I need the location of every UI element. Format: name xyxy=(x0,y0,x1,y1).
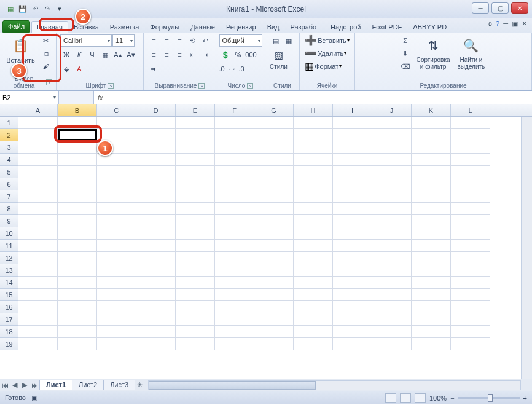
cell[interactable] xyxy=(333,166,372,178)
cell[interactable] xyxy=(136,301,176,313)
cell[interactable] xyxy=(176,215,215,227)
cell[interactable] xyxy=(136,215,176,227)
cell[interactable] xyxy=(136,117,176,129)
cell[interactable] xyxy=(176,203,215,215)
cell[interactable] xyxy=(412,190,451,203)
col-header[interactable]: H xyxy=(294,104,333,116)
wrap-text-icon[interactable]: ↩ xyxy=(200,34,212,47)
tab-addins[interactable]: Надстрой xyxy=(325,21,366,33)
col-header[interactable]: F xyxy=(215,104,254,116)
cell[interactable] xyxy=(294,277,333,289)
cell[interactable] xyxy=(18,313,58,326)
sheet-nav-first-icon[interactable]: ⏮ xyxy=(0,382,10,389)
cell[interactable] xyxy=(136,154,176,166)
cell[interactable] xyxy=(176,141,215,154)
copy-icon[interactable]: ⧉ xyxy=(40,47,52,60)
cell[interactable] xyxy=(58,190,97,203)
cell[interactable] xyxy=(97,190,136,203)
cell[interactable] xyxy=(372,277,412,289)
cell[interactable] xyxy=(58,301,97,313)
decrease-font-icon[interactable]: A▾ xyxy=(125,49,137,61)
cell[interactable] xyxy=(176,277,215,289)
cell[interactable] xyxy=(254,203,294,215)
cell[interactable] xyxy=(136,240,176,252)
align-top-icon[interactable]: ≡ xyxy=(148,34,160,47)
cell[interactable] xyxy=(254,190,294,203)
decrease-indent-icon[interactable]: ⇤ xyxy=(187,49,199,61)
cut-icon[interactable]: ✂ xyxy=(40,34,52,47)
cell[interactable] xyxy=(372,129,412,141)
format-painter-icon[interactable]: 🖌 xyxy=(40,60,52,73)
cell[interactable] xyxy=(333,117,372,129)
cell[interactable] xyxy=(294,117,333,129)
cell[interactable] xyxy=(333,264,372,277)
sheet-tab[interactable]: Лист1 xyxy=(39,380,72,390)
cell[interactable] xyxy=(18,326,58,338)
conditional-format-icon[interactable]: ▤ xyxy=(270,34,282,47)
cell[interactable] xyxy=(18,190,58,203)
font-name-combo[interactable]: Calibri xyxy=(60,34,112,47)
cell[interactable] xyxy=(333,141,372,154)
cell[interactable] xyxy=(18,166,58,178)
cell[interactable] xyxy=(136,277,176,289)
cell[interactable] xyxy=(333,190,372,203)
sheet-tab[interactable]: Лист2 xyxy=(72,380,104,390)
cell[interactable] xyxy=(58,166,97,178)
cell[interactable] xyxy=(294,301,333,313)
increase-font-icon[interactable]: A▴ xyxy=(112,49,124,61)
cell[interactable] xyxy=(97,289,136,301)
cell[interactable] xyxy=(372,338,412,350)
cell[interactable] xyxy=(136,326,176,338)
cell[interactable] xyxy=(18,277,58,289)
cell[interactable] xyxy=(176,289,215,301)
cell[interactable] xyxy=(176,178,215,190)
font-launcher-icon[interactable]: ↘ xyxy=(108,83,114,89)
cell[interactable] xyxy=(136,264,176,277)
cell[interactable] xyxy=(412,141,451,154)
cell[interactable] xyxy=(294,141,333,154)
cell[interactable] xyxy=(136,227,176,240)
row-header[interactable]: 15 xyxy=(0,289,18,301)
cell[interactable] xyxy=(254,178,294,190)
border-icon[interactable]: ▦ xyxy=(99,49,111,61)
cell[interactable] xyxy=(136,252,176,264)
cell[interactable] xyxy=(136,338,176,350)
cell[interactable] xyxy=(254,166,294,178)
cell[interactable] xyxy=(215,289,254,301)
cell[interactable] xyxy=(215,117,254,129)
cell[interactable] xyxy=(176,338,215,350)
new-sheet-icon[interactable]: ✳ xyxy=(135,381,144,389)
cell[interactable] xyxy=(412,178,451,190)
clear-icon[interactable]: ⌫ xyxy=(399,60,412,73)
cell[interactable] xyxy=(333,227,372,240)
cell[interactable] xyxy=(176,117,215,129)
number-launcher-icon[interactable]: ↘ xyxy=(247,83,253,89)
cell[interactable] xyxy=(294,227,333,240)
cells-delete-button[interactable]: ➖Удалить▾ xyxy=(305,47,346,59)
cell[interactable] xyxy=(18,227,58,240)
cell[interactable] xyxy=(412,117,451,129)
cell[interactable] xyxy=(215,227,254,240)
cell[interactable] xyxy=(97,277,136,289)
cell[interactable] xyxy=(215,301,254,313)
cell[interactable] xyxy=(451,215,490,227)
cell[interactable] xyxy=(412,215,451,227)
cell[interactable] xyxy=(254,326,294,338)
cell[interactable] xyxy=(176,166,215,178)
cell[interactable] xyxy=(58,338,97,350)
cell[interactable] xyxy=(136,289,176,301)
comma-icon[interactable]: 000 xyxy=(245,49,257,61)
cell[interactable] xyxy=(18,203,58,215)
cell[interactable] xyxy=(372,252,412,264)
zoom-slider[interactable] xyxy=(458,397,520,399)
cell[interactable] xyxy=(294,190,333,203)
cell[interactable] xyxy=(372,289,412,301)
tab-abbyy[interactable]: ABBYY PD xyxy=(407,21,452,33)
number-format-combo[interactable]: Общий xyxy=(219,34,262,47)
tab-formulas[interactable]: Формулы xyxy=(144,21,185,33)
cell[interactable] xyxy=(215,277,254,289)
row-header[interactable]: 18 xyxy=(0,326,18,338)
view-pagebreak-icon[interactable] xyxy=(415,393,426,403)
redo-icon[interactable]: ↷ xyxy=(42,4,53,15)
cell[interactable] xyxy=(215,178,254,190)
